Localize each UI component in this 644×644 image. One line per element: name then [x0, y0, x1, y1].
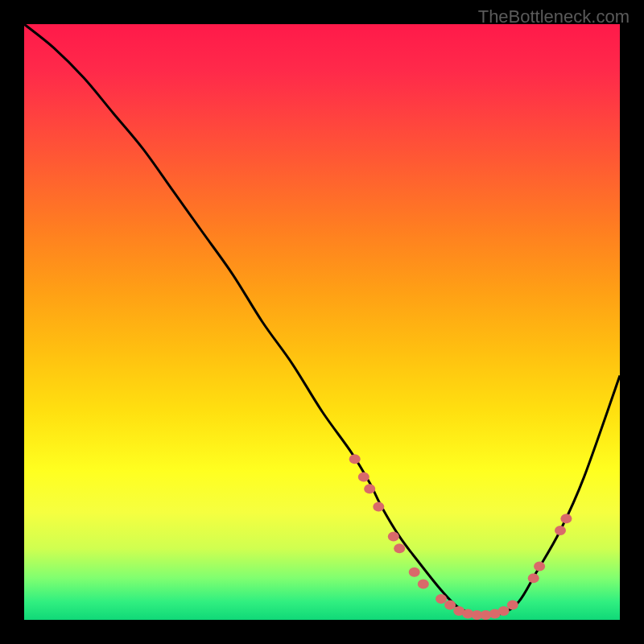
curve-marker: [534, 561, 545, 571]
curve-marker: [358, 472, 369, 481]
curve-marker: [528, 573, 539, 583]
watermark-text: TheBottleneck.com: [478, 6, 630, 27]
curve-markers: [349, 454, 572, 620]
curve-marker: [507, 601, 518, 610]
curve-marker: [418, 580, 429, 589]
curve-marker: [444, 601, 456, 610]
curve-marker: [560, 514, 572, 523]
curve-marker: [498, 606, 510, 616]
curve-marker: [436, 594, 447, 604]
curve-marker: [349, 454, 361, 464]
bottleneck-curve-line: [24, 24, 620, 615]
curve-marker: [555, 526, 566, 535]
curve-marker: [394, 543, 405, 553]
curve-marker: [409, 568, 420, 577]
chart-svg: [24, 24, 620, 620]
curve-marker: [373, 502, 384, 511]
curve-marker: [364, 484, 375, 493]
curve-marker: [388, 531, 399, 541]
chart-plot-area: [24, 24, 620, 620]
